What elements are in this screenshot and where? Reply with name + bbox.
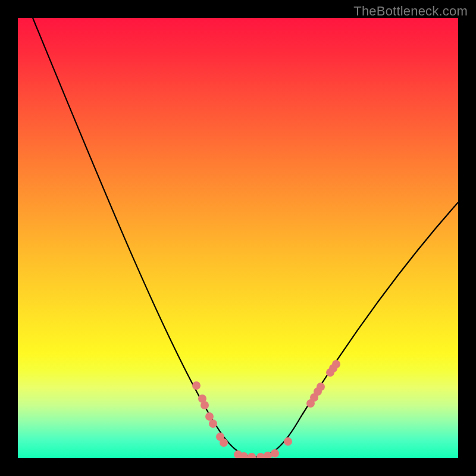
marker-dot [317, 383, 325, 391]
watermark-text: TheBottleneck.com [353, 4, 468, 19]
marker-dot [271, 449, 279, 458]
marker-dot [248, 453, 256, 458]
marker-dot [209, 419, 217, 428]
marker-dot [192, 381, 201, 390]
marker-dot [332, 360, 340, 368]
marker-dot [284, 437, 292, 446]
marker-dot [220, 439, 228, 447]
chart-frame: TheBottleneck.com [0, 0, 476, 476]
curve-markers [192, 360, 340, 458]
marker-dot [205, 412, 214, 421]
chart-svg [18, 18, 458, 458]
curve-line [33, 18, 458, 457]
plot-area [18, 18, 458, 458]
marker-dot [256, 453, 265, 458]
marker-dot [201, 401, 209, 409]
